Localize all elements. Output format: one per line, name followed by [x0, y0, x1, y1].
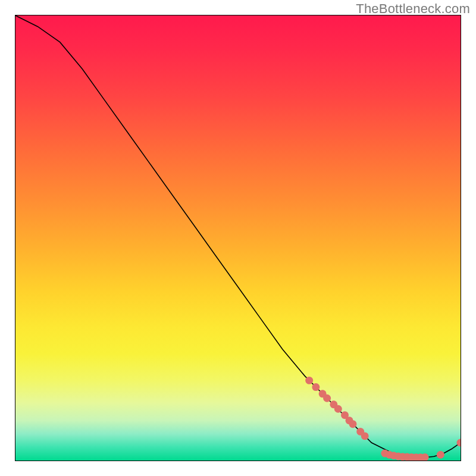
upper-dot-cluster: [305, 377, 368, 440]
chart-svg: [15, 15, 461, 461]
data-point: [361, 432, 369, 440]
bottleneck-curve: [15, 15, 461, 458]
curve-layer: [15, 15, 461, 458]
lower-dot-cluster: [381, 450, 444, 461]
data-point: [349, 420, 357, 428]
data-point: [305, 377, 313, 384]
data-point: [437, 451, 444, 459]
data-point: [334, 405, 342, 413]
plot-area: [15, 15, 461, 461]
data-point: [323, 394, 331, 402]
chart-container: TheBottleneck.com: [0, 0, 476, 476]
data-point: [312, 383, 320, 391]
